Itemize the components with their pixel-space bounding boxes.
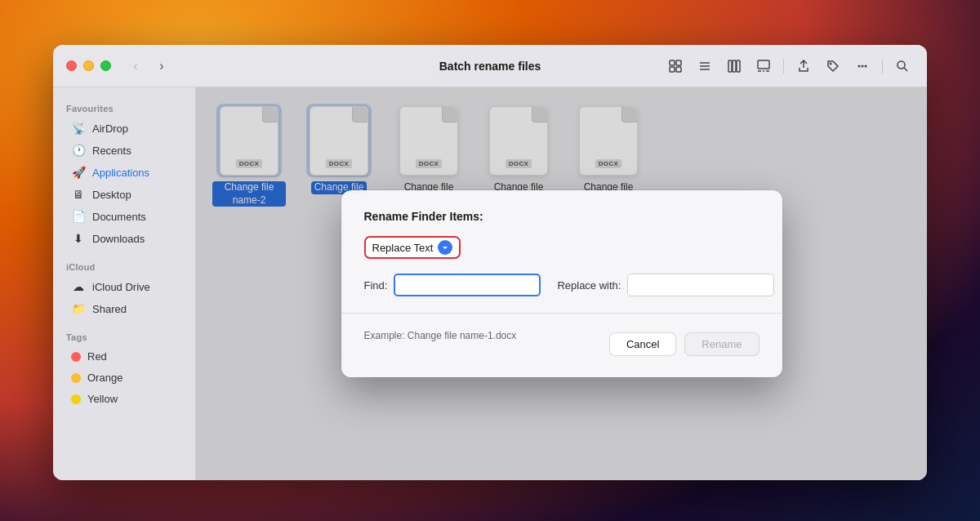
find-field: Find: bbox=[364, 274, 541, 296]
finder-window: ‹ › Batch rename files bbox=[53, 45, 927, 480]
minimize-button[interactable] bbox=[83, 60, 94, 71]
svg-rect-1 bbox=[676, 60, 681, 65]
back-button[interactable]: ‹ bbox=[124, 55, 147, 78]
traffic-lights bbox=[66, 60, 111, 71]
sidebar-item-documents[interactable]: 📄 Documents bbox=[58, 206, 190, 227]
icon-column-view[interactable] bbox=[723, 55, 746, 78]
shared-icon: 📁 bbox=[71, 302, 86, 315]
maximize-button[interactable] bbox=[100, 60, 111, 71]
modal-dropdown[interactable]: Replace Text bbox=[364, 236, 461, 259]
modal-dropdown-arrow-icon bbox=[438, 240, 452, 255]
modal-title: Rename Finder Items: bbox=[364, 210, 760, 223]
icon-gallery-view[interactable] bbox=[752, 55, 775, 78]
tag-icon[interactable] bbox=[822, 55, 844, 78]
sidebar: Favourites 📡 AirDrop 🕐 Recents 🚀 Applica… bbox=[53, 87, 196, 480]
forward-button[interactable]: › bbox=[150, 55, 173, 78]
modal-example-text: Example: Change file name-1.docx bbox=[364, 330, 517, 341]
documents-label: Documents bbox=[92, 211, 146, 223]
more-icon[interactable] bbox=[851, 55, 874, 78]
rename-button: Rename bbox=[684, 332, 759, 356]
toolbar-divider bbox=[783, 59, 784, 73]
applications-label: Applications bbox=[92, 167, 149, 179]
icon-grid-view[interactable] bbox=[664, 55, 687, 78]
shared-label: Shared bbox=[92, 303, 127, 315]
modal-dropdown-label: Replace Text bbox=[372, 242, 434, 254]
tags-section-label: Tags bbox=[53, 326, 195, 345]
replace-with-label: Replace with: bbox=[557, 279, 621, 292]
svg-rect-8 bbox=[733, 60, 736, 72]
icloud-drive-label: iCloud Drive bbox=[92, 281, 150, 293]
red-tag-label: Red bbox=[87, 350, 107, 363]
favourites-section-label: Favourites bbox=[53, 97, 195, 117]
applications-icon: 🚀 bbox=[71, 166, 86, 179]
recents-icon: 🕐 bbox=[71, 144, 86, 157]
svg-rect-9 bbox=[737, 60, 740, 72]
sidebar-item-desktop[interactable]: 🖥 Desktop bbox=[58, 184, 190, 205]
recents-label: Recents bbox=[92, 145, 131, 157]
svg-rect-0 bbox=[670, 60, 675, 65]
content-area: DOCX Change file name-2 DOCX Change file bbox=[196, 87, 927, 480]
modal-fields: Find: Replace with: bbox=[364, 274, 760, 296]
modal-overlay: Rename Finder Items: Replace Text Find: bbox=[196, 87, 927, 480]
orange-tag-label: Orange bbox=[87, 372, 122, 384]
sidebar-item-red[interactable]: Red bbox=[58, 346, 190, 367]
modal-divider bbox=[341, 313, 782, 314]
orange-tag-dot bbox=[71, 373, 81, 383]
icloud-drive-icon: ☁ bbox=[71, 280, 86, 293]
sidebar-item-applications[interactable]: 🚀 Applications bbox=[58, 162, 190, 183]
svg-rect-7 bbox=[728, 60, 732, 72]
svg-point-18 bbox=[898, 61, 905, 69]
svg-point-15 bbox=[858, 65, 861, 67]
find-label: Find: bbox=[364, 279, 388, 292]
window-title: Batch rename files bbox=[439, 60, 541, 73]
toolbar-divider-2 bbox=[882, 59, 883, 73]
svg-rect-2 bbox=[670, 67, 675, 72]
sidebar-item-shared[interactable]: 📁 Shared bbox=[58, 298, 190, 319]
svg-rect-3 bbox=[676, 67, 681, 72]
svg-line-19 bbox=[904, 68, 907, 71]
svg-point-17 bbox=[865, 65, 867, 67]
sidebar-item-downloads[interactable]: ⬇ Downloads bbox=[58, 228, 190, 249]
airdrop-icon: 📡 bbox=[71, 122, 86, 135]
svg-point-16 bbox=[862, 65, 864, 67]
sidebar-item-airdrop[interactable]: 📡 AirDrop bbox=[58, 118, 190, 139]
downloads-icon: ⬇ bbox=[71, 232, 86, 245]
toolbar-right bbox=[664, 55, 914, 78]
yellow-tag-label: Yellow bbox=[87, 393, 118, 405]
share-icon[interactable] bbox=[792, 55, 815, 78]
rename-modal: Rename Finder Items: Replace Text Find: bbox=[341, 190, 782, 377]
sidebar-item-yellow[interactable]: Yellow bbox=[58, 389, 190, 409]
cancel-button[interactable]: Cancel bbox=[609, 332, 676, 356]
nav-buttons: ‹ › bbox=[124, 55, 173, 78]
search-icon[interactable] bbox=[891, 55, 914, 78]
desktop-label: Desktop bbox=[92, 189, 131, 201]
icloud-section-label: iCloud bbox=[53, 256, 195, 275]
main-layout: Favourites 📡 AirDrop 🕐 Recents 🚀 Applica… bbox=[53, 87, 927, 480]
airdrop-label: AirDrop bbox=[92, 122, 128, 135]
modal-actions: Cancel Rename bbox=[609, 332, 760, 356]
close-button[interactable] bbox=[66, 60, 77, 71]
desktop-icon: 🖥 bbox=[71, 188, 86, 201]
downloads-label: Downloads bbox=[92, 233, 145, 245]
find-input[interactable] bbox=[394, 274, 541, 296]
sidebar-item-recents[interactable]: 🕐 Recents bbox=[58, 140, 190, 161]
icon-list-view[interactable] bbox=[693, 55, 716, 78]
replace-field: Replace with: bbox=[557, 274, 774, 296]
svg-point-14 bbox=[830, 62, 832, 65]
red-tag-dot bbox=[71, 352, 81, 362]
sidebar-item-orange[interactable]: Orange bbox=[58, 367, 190, 388]
sidebar-item-icloud-drive[interactable]: ☁ iCloud Drive bbox=[58, 276, 190, 297]
svg-rect-10 bbox=[758, 60, 769, 69]
title-bar: ‹ › Batch rename files bbox=[53, 45, 927, 87]
yellow-tag-dot bbox=[71, 394, 81, 404]
documents-icon: 📄 bbox=[71, 210, 86, 223]
replace-with-input[interactable] bbox=[627, 274, 774, 296]
